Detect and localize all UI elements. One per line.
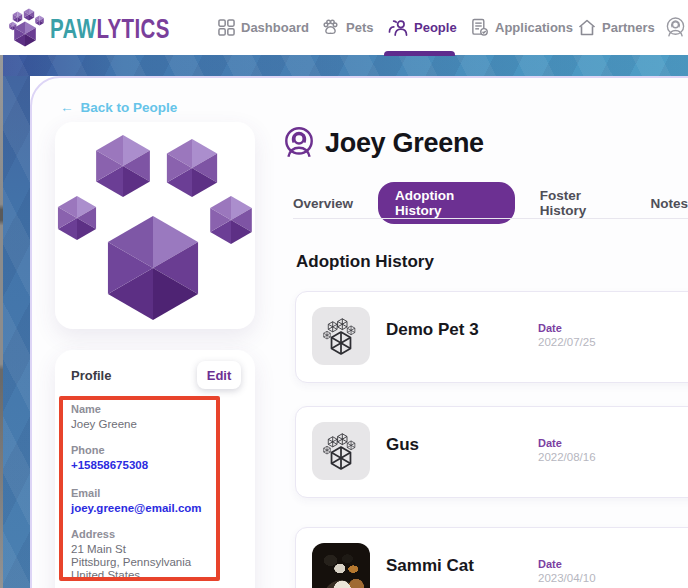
facet-pattern [3, 55, 30, 588]
adoption-date: Date 2023/04/10 [538, 558, 596, 584]
profile-field-name: Name Joey Greene [71, 403, 137, 431]
adoption-date: Date 2022/07/25 [538, 322, 596, 348]
tab-overview[interactable]: Overview [293, 190, 353, 217]
back-to-people-link[interactable]: ← Back to People [60, 100, 177, 115]
logo-text-lytics: LYTICS [96, 12, 169, 43]
nav-item-account[interactable] [664, 0, 687, 55]
date-value: 2023/04/10 [538, 572, 596, 584]
nav-label-pets: Pets [346, 20, 373, 35]
window-edge [0, 55, 3, 588]
pet-placeholder-paw-icon [320, 430, 362, 472]
date-label: Date [538, 437, 596, 449]
pet-name: Gus [386, 435, 419, 455]
profile-field-phone: Phone +15858675308 [71, 444, 148, 472]
dashboard-grid-icon [218, 19, 235, 36]
adoption-record-card[interactable]: Sammi Cat Date 2023/04/10 [295, 527, 688, 588]
back-link-label: Back to People [81, 100, 178, 115]
phone-link[interactable]: +15858675308 [71, 459, 148, 472]
back-arrow-icon: ← [60, 100, 74, 115]
tab-notes[interactable]: Notes [650, 190, 688, 217]
email-link[interactable]: joey.greene@email.com [71, 502, 202, 515]
pet-placeholder-paw-icon [320, 315, 362, 357]
page-background [3, 55, 30, 588]
person-header: Joey Greene [281, 126, 484, 160]
paw-icon [321, 19, 340, 37]
page-title-person-name: Joey Greene [325, 128, 484, 159]
app-logo[interactable]: PAWLYTICS [8, 8, 196, 48]
adoption-record-card[interactable]: Gus Date 2022/08/16 [295, 406, 688, 498]
nav-item-applications[interactable]: Applications [471, 0, 573, 55]
field-label: Address [71, 528, 191, 540]
nav-label-dashboard: Dashboard [241, 20, 309, 35]
nav-label-people: People [414, 20, 457, 35]
pet-thumbnail [312, 543, 370, 588]
nav-item-dashboard[interactable]: Dashboard [218, 0, 309, 55]
nav-label-partners: Partners [602, 20, 655, 35]
nav-item-partners[interactable]: Partners [578, 0, 655, 55]
profile-field-address: Address 21 Main St Pittsburg, Pennsylvan… [71, 528, 191, 582]
logo-wordmark: PAWLYTICS [50, 12, 170, 44]
facet-pattern [0, 55, 688, 76]
field-value: Joey Greene [71, 418, 137, 431]
people-active-underline [384, 51, 455, 56]
edit-profile-button[interactable]: Edit [197, 361, 241, 389]
header-accent-band [0, 55, 688, 76]
logo-text-paw: PAW [50, 12, 96, 43]
person-avatar-icon [281, 126, 317, 160]
pawlytics-paw-logo-icon [8, 8, 46, 48]
home-icon [578, 19, 596, 36]
date-value: 2022/07/25 [538, 336, 596, 348]
adoption-history-heading: Adoption History [296, 252, 434, 272]
profile-field-email: Email joey.greene@email.com [71, 487, 202, 515]
pet-thumbnail-placeholder [312, 307, 370, 365]
cat-photo [312, 543, 370, 588]
nav-item-pets[interactable]: Pets [321, 0, 373, 55]
field-label: Email [71, 487, 202, 499]
adoption-date: Date 2022/08/16 [538, 437, 596, 463]
hexagon-paw-illustration [55, 122, 255, 329]
nav-item-people[interactable]: People [388, 0, 457, 55]
field-value: 21 Main St Pittsburg, Pennsylvania Unite… [71, 543, 191, 582]
pawlytics-app-window: PAWLYTICS Dashboard Pets [0, 0, 688, 588]
date-value: 2022/08/16 [538, 451, 596, 463]
people-icon [388, 19, 408, 37]
pet-name: Demo Pet 3 [386, 320, 479, 340]
pet-name: Sammi Cat [386, 556, 474, 576]
tabs-divider [293, 218, 688, 219]
person-photo-placeholder-card [55, 122, 255, 329]
profile-card-title: Profile [71, 368, 111, 383]
user-avatar-icon [664, 15, 687, 40]
application-document-icon [471, 18, 489, 37]
date-label: Date [538, 558, 596, 570]
field-label: Phone [71, 444, 148, 456]
pet-thumbnail-placeholder [312, 422, 370, 480]
adoption-record-card[interactable]: Demo Pet 3 Date 2022/07/25 [295, 291, 688, 383]
nav-label-applications: Applications [495, 20, 573, 35]
field-label: Name [71, 403, 137, 415]
top-nav-bar: PAWLYTICS Dashboard Pets [0, 0, 688, 55]
date-label: Date [538, 322, 596, 334]
